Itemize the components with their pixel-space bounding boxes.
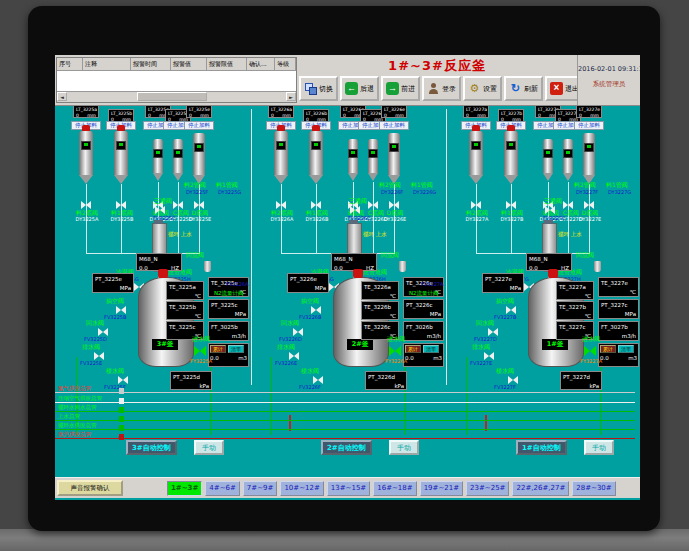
- reactor-group: LT_3225a 0mm LT_3225b 0mm LT_3225c 0mm: [58, 105, 250, 477]
- feed-tank: [153, 139, 163, 173]
- drain-valve-label: 排水阀: [277, 343, 295, 352]
- tank-display-value: 0: [466, 113, 469, 118]
- scroll-right-icon[interactable]: ►: [286, 92, 296, 101]
- reactor-range-button[interactable]: 4#~6#: [205, 481, 240, 496]
- water-inlet-valve-icon[interactable]: [194, 346, 206, 356]
- return-water-valve-tag: FV3225D: [84, 336, 107, 342]
- reset-button[interactable]: 清零: [618, 345, 634, 353]
- drain-valve-label: 排水阀: [472, 343, 490, 352]
- alarm-table-scrollbar[interactable]: ◄ ►: [57, 91, 296, 102]
- tank-bottom-valve-icon[interactable]: [584, 201, 594, 209]
- tank-bottom-valve-icon[interactable]: [194, 201, 204, 209]
- totalizer-button[interactable]: 累计: [600, 345, 616, 353]
- scada-screen: 序号注释报警时间报警值报警限值确认...等级 ◄ ► 1#~3#反应釜 切换: [55, 55, 640, 500]
- pipe: [271, 357, 272, 435]
- bottom-bar: 声音报警确认 1#~3#4#~6#7#~9#10#~12#13#~15#16#~…: [55, 477, 640, 498]
- pressure-unit: MPa: [120, 284, 131, 293]
- tank-bottom-valve-icon[interactable]: [563, 201, 573, 209]
- return-water-valve-icon[interactable]: [98, 328, 108, 336]
- water-inlet-valve-icon[interactable]: [584, 346, 596, 356]
- building-water-valve-icon[interactable]: [508, 376, 518, 384]
- auto-control-button[interactable]: 1#自动控制: [516, 440, 567, 455]
- three-way-valve-icon[interactable]: [545, 206, 555, 214]
- stop-feed-button[interactable]: 停止加料: [184, 121, 214, 130]
- tank-screen: [506, 141, 516, 150]
- manual-control-button[interactable]: 手动: [584, 440, 614, 455]
- water-inlet-valve-icon[interactable]: [389, 346, 401, 356]
- tank-screen: [543, 149, 553, 158]
- manual-control-button[interactable]: 手动: [194, 440, 224, 455]
- drain-valve-icon[interactable]: [484, 352, 494, 360]
- scrollbar-track[interactable]: [67, 92, 286, 102]
- vacuum-valve-icon[interactable]: [116, 306, 126, 314]
- drain-valve-icon[interactable]: [94, 352, 104, 360]
- temp-tag: TE_3226a: [364, 283, 396, 292]
- settings-button[interactable]: 设置: [463, 76, 502, 101]
- reactor-range-button[interactable]: 19#~21#: [420, 481, 463, 496]
- refresh-button[interactable]: 刷新: [504, 76, 543, 101]
- reactor-range-button[interactable]: 1#~3#: [167, 481, 202, 496]
- pressure-display: PT_3225e MPa: [92, 273, 134, 293]
- scrollbar-thumb[interactable]: [137, 92, 207, 101]
- login-icon: [427, 82, 440, 95]
- feed-tank: [469, 131, 483, 175]
- reactor-range-button[interactable]: 13#~15#: [327, 481, 370, 496]
- tank-bottom-valve-icon[interactable]: [471, 201, 481, 209]
- tank-bottom-valve-icon[interactable]: [506, 201, 516, 209]
- flow-totalizer: 累计 清零 0.0m3: [208, 343, 249, 367]
- tank-bottom-valve-icon[interactable]: [81, 201, 91, 209]
- tank-bottom-valve-icon[interactable]: [116, 201, 126, 209]
- pressure-display: PT_3225d kPa: [170, 371, 212, 390]
- reactor-range-button[interactable]: 22#,26#,27#: [512, 481, 569, 496]
- reactor-range-button[interactable]: 16#~18#: [373, 481, 416, 496]
- tank-bottom-valve-icon[interactable]: [389, 201, 399, 209]
- motor-value: 0.0: [334, 264, 343, 271]
- auto-control-button[interactable]: 2#自动控制: [321, 440, 372, 455]
- sound-alarm-ack-button[interactable]: 声音报警确认: [57, 480, 123, 496]
- tank-bottom-valve-icon[interactable]: [173, 201, 183, 209]
- tank-bottom-valve-icon[interactable]: [311, 201, 321, 209]
- three-way-valve-icon[interactable]: [350, 206, 360, 214]
- reactor-range-button[interactable]: 10#~12#: [280, 481, 323, 496]
- back-button[interactable]: 后退: [340, 76, 379, 101]
- reactor-range-button[interactable]: 7#~9#: [243, 481, 278, 496]
- reactor-label: 2#釜: [347, 339, 373, 350]
- water-inlet-valve-label: 进水阀: [192, 335, 210, 344]
- totalizer-button[interactable]: 累计: [210, 345, 226, 353]
- switch-button[interactable]: 切换: [299, 76, 338, 101]
- stop-feed-button[interactable]: 停止加料: [574, 121, 604, 130]
- tank-bottom-valve-icon[interactable]: [368, 201, 378, 209]
- feed-tank: [193, 133, 205, 175]
- building-water-valve-icon[interactable]: [118, 376, 128, 384]
- auto-control-button[interactable]: 3#自动控制: [126, 440, 177, 455]
- reactor-range-button[interactable]: 23#~25#: [466, 481, 509, 496]
- alarm-table-header: 序号注释报警时间报警值报警限值确认...等级: [57, 58, 296, 71]
- water-inlet-valve-tag: FY3226A: [385, 358, 407, 364]
- return-water-valve-icon[interactable]: [293, 328, 303, 336]
- manual-control-button[interactable]: 手动: [389, 440, 419, 455]
- vacuum-valve-icon[interactable]: [506, 306, 516, 314]
- valve-tag: DY3225A: [67, 216, 107, 222]
- return-water-valve-icon[interactable]: [488, 328, 498, 336]
- vacuum-valve-icon[interactable]: [311, 306, 321, 314]
- totalizer-button[interactable]: 累计: [405, 345, 421, 353]
- building-water-valve-icon[interactable]: [313, 376, 323, 384]
- drain-valve-icon[interactable]: [289, 352, 299, 360]
- reset-button[interactable]: 清零: [423, 345, 439, 353]
- tank-screen: [471, 141, 481, 150]
- tank-display-value: 0: [579, 113, 582, 118]
- login-button[interactable]: 登录: [422, 76, 461, 101]
- tank-bottom-valve-icon[interactable]: [276, 201, 286, 209]
- pipe-valve-tag: DY3225G: [218, 189, 241, 195]
- scroll-left-icon[interactable]: ◄: [57, 92, 67, 101]
- alarm-table: 序号注释报警时间报警值报警限值确认...等级 ◄ ►: [56, 57, 297, 103]
- valve-tag: DY3227B: [492, 216, 532, 222]
- reset-button[interactable]: 清零: [228, 345, 244, 353]
- instrument-unit: m3/h: [232, 332, 246, 341]
- reactor-range-button[interactable]: 28#~30#: [572, 481, 615, 496]
- stop-feed-button[interactable]: 停止加料: [379, 121, 409, 130]
- tank-cone: [368, 173, 378, 181]
- feed-tank: [388, 133, 400, 175]
- three-way-valve-icon[interactable]: [155, 206, 165, 214]
- forward-button[interactable]: 前进: [381, 76, 420, 101]
